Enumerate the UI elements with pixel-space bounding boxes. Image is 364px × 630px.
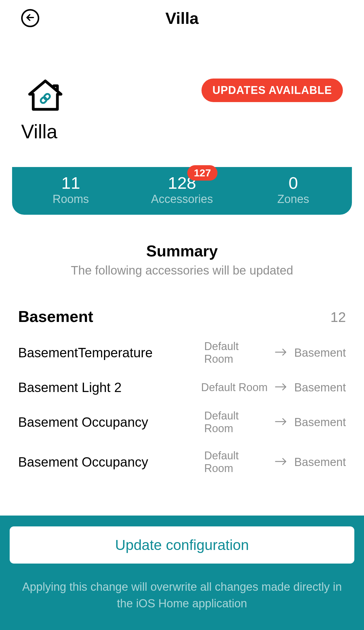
stat-accessories-label: Accessories <box>126 193 237 206</box>
list-item[interactable]: Basement Occupancy Default Room Basement <box>18 449 346 475</box>
page-title: Villa <box>0 9 364 27</box>
list-item[interactable]: Basement Occupancy Default Room Basement <box>18 410 346 435</box>
arrow-right-icon <box>275 457 287 467</box>
list-item[interactable]: Basement Light 2 Default Room Basement <box>18 380 346 395</box>
section-basement: Basement 12 BasementTemperature Default … <box>0 307 364 475</box>
section-title: Basement <box>18 307 93 326</box>
stat-accessories-badge: 127 <box>187 165 218 181</box>
arrow-right-icon <box>275 348 287 358</box>
item-name: Basement Occupancy <box>18 455 204 470</box>
summary-block: Summary The following accessories will b… <box>0 242 364 277</box>
list-item[interactable]: BasementTemperature Default Room Basemen… <box>18 340 346 365</box>
item-to: Basement <box>294 416 346 429</box>
item-name: Basement Occupancy <box>18 415 204 430</box>
item-to: Basement <box>294 381 346 394</box>
updates-available-badge[interactable]: UPDATES AVAILABLE <box>201 79 343 102</box>
item-from: Default Room <box>204 340 268 365</box>
footer: Update configuration Applying this chang… <box>0 516 364 630</box>
header: Villa <box>0 0 364 33</box>
arrow-right-icon <box>275 382 287 393</box>
item-to: Basement <box>294 346 346 359</box>
stat-zones-value: 0 <box>238 173 349 193</box>
arrow-right-icon <box>275 417 287 427</box>
summary-title: Summary <box>12 242 352 260</box>
back-button[interactable] <box>21 9 39 27</box>
stat-accessories-value: 128 <box>126 173 237 193</box>
item-name: BasementTemperature <box>18 345 204 360</box>
home-link-icon <box>27 79 63 113</box>
item-from: Default Room <box>204 410 268 435</box>
section-count: 12 <box>330 309 346 325</box>
update-configuration-button[interactable]: Update configuration <box>10 526 354 564</box>
home-name: Villa <box>21 121 57 143</box>
item-from: Default Room <box>201 381 268 394</box>
stats-bar: 11 Rooms 127 128 Accessories 0 Zones <box>12 167 352 215</box>
item-to: Basement <box>294 456 346 469</box>
stat-rooms-label: Rooms <box>15 193 126 206</box>
stat-rooms[interactable]: 11 Rooms <box>15 173 126 206</box>
summary-subtitle: The following accessories will be update… <box>12 264 352 277</box>
item-from: Default Room <box>204 449 268 475</box>
stat-rooms-value: 11 <box>15 173 126 193</box>
home-row: Villa UPDATES AVAILABLE <box>0 33 364 152</box>
stat-accessories[interactable]: 127 128 Accessories <box>126 173 237 206</box>
svg-rect-2 <box>43 93 51 101</box>
back-arrow-icon <box>25 13 35 24</box>
item-name: Basement Light 2 <box>18 380 201 395</box>
home-block: Villa <box>21 79 63 143</box>
stat-zones-label: Zones <box>238 193 349 206</box>
stat-zones[interactable]: 0 Zones <box>238 173 349 206</box>
section-header: Basement 12 <box>18 307 346 326</box>
footer-note: Applying this change will overwrite all … <box>10 579 354 612</box>
